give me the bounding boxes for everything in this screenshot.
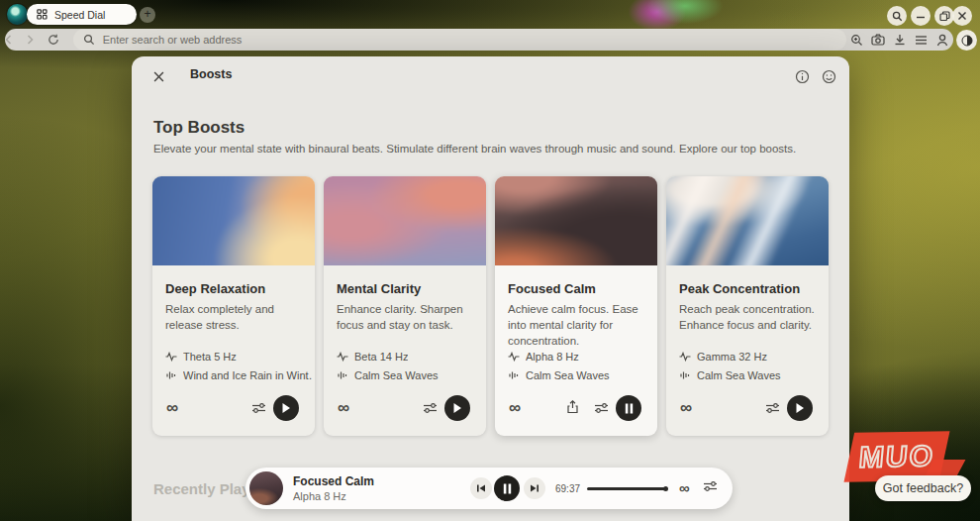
player-pause-button[interactable]: [494, 475, 520, 501]
back-icon[interactable]: [5, 35, 27, 45]
card-title: Peak Concentration: [679, 281, 800, 296]
mood-feedback-button[interactable]: [819, 66, 838, 86]
tab-speed-dial[interactable]: Speed Dial: [27, 4, 137, 25]
card-wave-row: Gamma 32 Hz: [679, 351, 767, 363]
panel-close-button[interactable]: [147, 65, 169, 87]
section-description: Elevate your mental state with binaural …: [153, 143, 796, 155]
browser-logo-icon: [7, 4, 28, 25]
card-wave-label: Alpha 8 Hz: [526, 351, 579, 363]
binaural-wave-icon: [165, 352, 177, 362]
card-cover-image: [666, 176, 829, 265]
loop-icon[interactable]: ∞: [680, 398, 692, 418]
boosts-sidebar-toggle[interactable]: [956, 30, 977, 51]
snapshot-camera-icon[interactable]: [868, 34, 890, 46]
card-sound-label: Calm Sea Waves: [526, 369, 610, 381]
reload-icon[interactable]: [48, 34, 69, 46]
player-album-art: [249, 471, 283, 505]
binaural-wave-icon: [508, 352, 520, 362]
tune-icon[interactable]: [423, 402, 438, 414]
previous-button[interactable]: [470, 477, 492, 499]
download-icon[interactable]: [889, 34, 911, 47]
player-track-subtitle: Alpha 8 Hz: [293, 490, 346, 502]
progress-thumb[interactable]: [663, 486, 669, 492]
player-elapsed-time: 69:37: [555, 483, 580, 494]
tune-icon[interactable]: [594, 402, 609, 414]
tune-icon[interactable]: [251, 402, 266, 414]
new-tab-button[interactable]: +: [140, 7, 155, 23]
card-wave-label: Theta 5 Hz: [183, 351, 237, 363]
binaural-wave-icon: [679, 352, 691, 362]
player-track-title: Focused Calm: [293, 474, 374, 488]
boosts-panel: Boosts Top Boosts Elevate your mental st…: [132, 56, 849, 521]
menu-icon[interactable]: [911, 35, 932, 46]
sound-icon: [165, 370, 177, 380]
next-button[interactable]: [524, 477, 545, 499]
card-sound-row: Calm Sea Waves: [508, 369, 610, 381]
card-cover-image: [152, 176, 315, 265]
card-sound-label: Calm Sea Waves: [697, 369, 781, 381]
loop-icon[interactable]: ∞: [509, 398, 521, 418]
card-sound-label: Wind and Ice Rain in Wint…: [183, 369, 312, 381]
sound-icon: [508, 370, 520, 380]
zoom-icon[interactable]: [846, 34, 868, 47]
sound-icon: [679, 370, 691, 380]
tab-label: Speed Dial: [54, 9, 105, 21]
card-wave-row: Theta 5 Hz: [165, 351, 237, 363]
card-wave-row: Alpha 8 Hz: [508, 351, 579, 363]
panel-title: Boosts: [190, 67, 232, 81]
search-field[interactable]: [73, 29, 846, 51]
card-description: Relax completely and release stress.: [165, 302, 302, 334]
tune-icon[interactable]: [765, 402, 780, 414]
card-sound-label: Calm Sea Waves: [354, 369, 439, 381]
tune-icon[interactable]: [703, 480, 718, 492]
card-description: Reach peak concentration. Enhance focus …: [679, 302, 816, 334]
card-wave-label: Gamma 32 Hz: [697, 351, 767, 363]
card-sound-row: Calm Sea Waves: [337, 369, 439, 381]
section-title: Top Boosts: [153, 118, 245, 138]
card-title: Deep Relaxation: [165, 281, 265, 296]
forward-icon[interactable]: [27, 35, 49, 45]
close-button[interactable]: [952, 6, 972, 26]
share-icon[interactable]: [566, 400, 579, 414]
search-icon: [83, 34, 95, 46]
search-input[interactable]: [103, 34, 697, 46]
boost-card-mental-clarity[interactable]: Mental Clarity Enhance clarity. Sharpen …: [324, 176, 486, 436]
restore-button[interactable]: [934, 6, 954, 26]
binaural-wave-icon: [337, 352, 348, 362]
card-description: Enhance clarity. Sharpen focus and stay …: [337, 302, 473, 334]
card-wave-row: Beta 14 Hz: [337, 351, 408, 363]
card-sound-row: Calm Sea Waves: [679, 369, 781, 381]
play-button[interactable]: [273, 395, 299, 421]
boost-card-deep-relaxation[interactable]: Deep Relaxation Relax completely and rel…: [152, 176, 315, 436]
card-cover-image: [324, 176, 486, 265]
profile-icon[interactable]: [931, 34, 953, 47]
loop-icon[interactable]: ∞: [166, 398, 178, 418]
loop-icon[interactable]: ∞: [679, 479, 690, 496]
player-progress-bar[interactable]: [587, 487, 666, 490]
minimize-button[interactable]: [911, 6, 931, 26]
muo-watermark-text: MUO: [857, 439, 935, 473]
boost-card-peak-concentration[interactable]: Peak Concentration Reach peak concentrat…: [666, 176, 829, 436]
loop-icon[interactable]: ∞: [338, 398, 349, 418]
browser-top-bar: Speed Dial +: [0, 0, 980, 28]
card-cover-image: [495, 176, 657, 265]
grid-icon: [37, 9, 48, 20]
sound-icon: [337, 370, 348, 380]
boost-cards-row: Deep Relaxation Relax completely and rel…: [152, 176, 829, 436]
card-title: Mental Clarity: [337, 281, 421, 296]
info-button[interactable]: [792, 66, 812, 86]
card-title: Focused Calm: [508, 281, 596, 296]
got-feedback-button[interactable]: Got feedback?: [875, 475, 971, 501]
play-button[interactable]: [787, 395, 813, 421]
pause-button[interactable]: [616, 395, 641, 421]
boost-card-focused-calm[interactable]: Focused Calm Achieve calm focus. Ease in…: [495, 176, 657, 436]
search-tabs-button[interactable]: [887, 6, 907, 26]
play-button[interactable]: [444, 395, 470, 421]
card-wave-label: Beta 14 Hz: [354, 351, 408, 363]
mini-player: Focused Calm Alpha 8 Hz 69:37 ∞: [245, 468, 733, 509]
address-bar: [5, 29, 953, 51]
card-sound-row: Wind and Ice Rain in Wint…: [165, 369, 312, 381]
half-moon-icon: [961, 35, 973, 47]
card-description: Achieve calm focus. Ease into mental cla…: [508, 302, 644, 350]
